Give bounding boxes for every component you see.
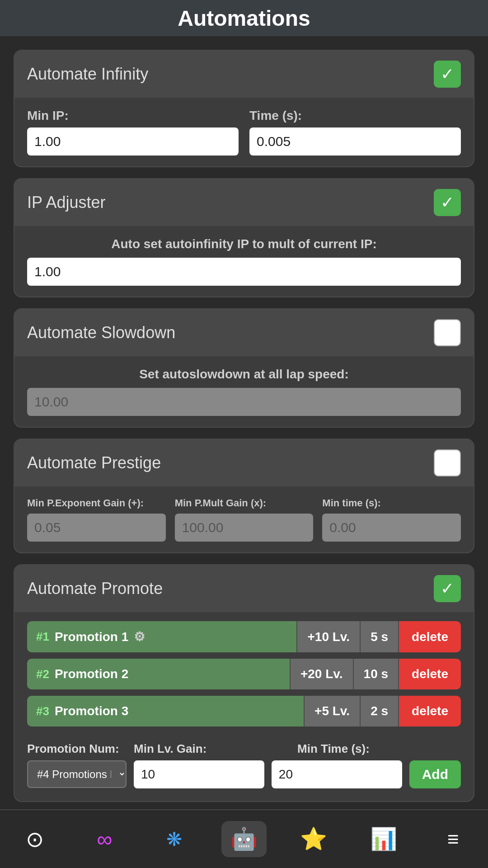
promo-num-select-wrap: #4 Promotions Power <box>27 760 127 788</box>
prestige-time-input <box>322 514 461 542</box>
automate-prestige-title: Automate Prestige <box>27 453 161 472</box>
delete-button-2[interactable]: delete <box>398 659 461 689</box>
prestige-time-label: Min time (s): <box>322 497 461 509</box>
automate-slowdown-title: Automate Slowdown <box>27 323 175 342</box>
add-button[interactable]: Add <box>409 760 461 788</box>
promo-num-1: #1 <box>36 630 49 644</box>
delete-button-1[interactable]: delete <box>398 621 461 652</box>
ip-adjuster-checkbox[interactable]: ✓ <box>434 189 461 216</box>
promo-form: Promotion Num: Min Lv. Gain: Min Time (s… <box>14 733 474 801</box>
menu-icon: ≡ <box>447 828 459 850</box>
automate-infinity-checkbox[interactable]: ✓ <box>434 61 461 88</box>
automate-infinity-card: Automate Infinity ✓ Min IP: Time (s): <box>14 50 474 167</box>
automate-infinity-body: Min IP: Time (s): <box>14 98 474 166</box>
promo-form-inputs: #4 Promotions Power Add <box>27 760 461 788</box>
automate-slowdown-card: Automate Slowdown Set autoslowdown at al… <box>14 308 474 428</box>
bottom-nav: ⊙ ∞ ❋ 🤖 ⭐ 📊 ≡ <box>0 809 488 868</box>
ip-adjuster-card: IP Adjuster ✓ Auto set autoinfinity IP t… <box>14 178 474 297</box>
prestige-mult-label: Min P.Mult Gain (x): <box>175 497 314 509</box>
promo-num-select[interactable]: #4 Promotions Power <box>27 760 127 788</box>
table-row: #3 Promotion 3 +5 Lv. 2 s delete <box>27 696 461 726</box>
nav-star[interactable]: ⭐ <box>291 821 336 857</box>
automate-slowdown-checkbox[interactable] <box>434 319 461 346</box>
nav-target[interactable]: ⊙ <box>12 821 57 857</box>
automate-infinity-title: Automate Infinity <box>27 65 148 84</box>
automate-promote-header: Automate Promote ✓ <box>14 565 474 612</box>
promo-lv-3: +5 Lv. <box>304 696 360 726</box>
automate-promote-card: Automate Promote ✓ #1 Promotion 1 ⚙ +10 … <box>14 564 474 802</box>
min-ip-input[interactable] <box>27 127 239 156</box>
automate-prestige-header: Automate Prestige <box>14 439 474 486</box>
content: Automate Infinity ✓ Min IP: Time (s): IP… <box>0 36 488 868</box>
promo-num-3: #3 <box>36 704 49 718</box>
header: Automations <box>0 0 488 36</box>
min-time-form-label: Min Time (s): <box>297 742 454 756</box>
min-time-input[interactable] <box>272 760 402 788</box>
robot-icon: 🤖 <box>230 826 258 852</box>
nav-chart[interactable]: 📊 <box>361 821 406 857</box>
promo-time-1: 5 s <box>360 621 398 652</box>
promo-label-2: Promotion 2 <box>55 667 128 681</box>
automate-slowdown-header: Automate Slowdown <box>14 309 474 356</box>
promo-label-1: Promotion 1 <box>55 630 128 644</box>
nav-dots[interactable]: ❋ <box>152 821 197 857</box>
automate-promote-title: Automate Promote <box>27 579 163 598</box>
ip-adjuster-input[interactable] <box>27 258 461 286</box>
ip-adjuster-body: Auto set autoinfinity IP to mult of curr… <box>14 226 474 297</box>
star-icon: ⭐ <box>300 826 327 852</box>
promo-name-1: #1 Promotion 1 ⚙ <box>27 621 296 652</box>
automate-prestige-body: Min P.Exponent Gain (+): Min P.Mult Gain… <box>14 486 474 552</box>
prestige-fields: Min P.Exponent Gain (+): Min P.Mult Gain… <box>27 497 461 542</box>
page-title: Automations <box>178 6 310 31</box>
automate-infinity-fields: Min IP: Time (s): <box>27 108 461 156</box>
nav-robot[interactable]: 🤖 <box>221 821 267 857</box>
automate-slowdown-input <box>27 388 461 416</box>
chart-icon: 📊 <box>370 826 397 852</box>
prestige-time-field: Min time (s): <box>322 497 461 542</box>
time-label: Time (s): <box>249 108 461 123</box>
prestige-exp-label: Min P.Exponent Gain (+): <box>27 497 166 509</box>
promo-num-2: #2 <box>36 667 49 681</box>
time-field: Time (s): <box>249 108 461 156</box>
automate-infinity-header: Automate Infinity ✓ <box>14 51 474 98</box>
promo-label-3: Promotion 3 <box>55 704 128 718</box>
nav-menu[interactable]: ≡ <box>431 821 476 857</box>
infinity-icon: ∞ <box>97 827 112 852</box>
promotion-list: #1 Promotion 1 ⚙ +10 Lv. 5 s delete #2 P… <box>14 612 474 726</box>
table-row: #1 Promotion 1 ⚙ +10 Lv. 5 s delete <box>27 621 461 652</box>
automate-slowdown-desc: Set autoslowdown at all lap speed: <box>27 367 461 382</box>
delete-button-3[interactable]: delete <box>398 696 461 726</box>
ip-adjuster-header: IP Adjuster ✓ <box>14 179 474 226</box>
min-lv-form-label: Min Lv. Gain: <box>134 742 290 756</box>
gear-icon[interactable]: ⚙ <box>134 629 145 644</box>
ip-adjuster-desc: Auto set autoinfinity IP to mult of curr… <box>27 237 461 251</box>
promo-time-2: 10 s <box>353 659 399 689</box>
automate-slowdown-body: Set autoslowdown at all lap speed: <box>14 356 474 427</box>
table-row: #2 Promotion 2 +20 Lv. 10 s delete <box>27 659 461 689</box>
promo-lv-2: +20 Lv. <box>290 659 353 689</box>
promo-form-labels: Promotion Num: Min Lv. Gain: Min Time (s… <box>27 742 461 756</box>
dots-icon: ❋ <box>166 828 182 850</box>
prestige-mult-input <box>175 514 314 542</box>
promo-name-3: #3 Promotion 3 <box>27 696 304 726</box>
nav-infinity[interactable]: ∞ <box>82 821 127 857</box>
automate-promote-checkbox[interactable]: ✓ <box>434 575 461 602</box>
automate-prestige-card: Automate Prestige Min P.Exponent Gain (+… <box>14 439 474 553</box>
promo-name-2: #2 Promotion 2 <box>27 659 290 689</box>
promo-time-3: 2 s <box>360 696 398 726</box>
promo-lv-1: +10 Lv. <box>296 621 360 652</box>
target-icon: ⊙ <box>26 826 44 852</box>
automate-prestige-checkbox[interactable] <box>434 449 461 476</box>
prestige-mult-field: Min P.Mult Gain (x): <box>175 497 314 542</box>
min-lv-input[interactable] <box>134 760 264 788</box>
prestige-exp-field: Min P.Exponent Gain (+): <box>27 497 166 542</box>
min-ip-field: Min IP: <box>27 108 239 156</box>
promo-num-form-label: Promotion Num: <box>27 742 127 756</box>
prestige-exp-input <box>27 514 166 542</box>
min-ip-label: Min IP: <box>27 108 239 123</box>
time-input[interactable] <box>249 127 461 156</box>
ip-adjuster-title: IP Adjuster <box>27 193 105 212</box>
